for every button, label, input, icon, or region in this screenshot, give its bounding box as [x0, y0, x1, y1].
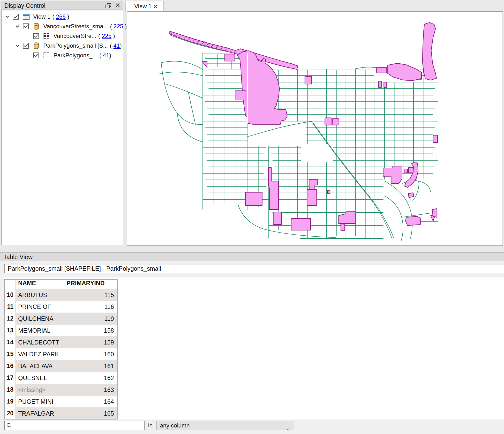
- search-icon: [6, 423, 12, 429]
- row-number[interactable]: 10: [5, 289, 16, 301]
- view-icon: [23, 14, 30, 20]
- expander-icon[interactable]: [14, 43, 21, 49]
- layer-checkbox[interactable]: [33, 53, 39, 58]
- tree-item-label[interactable]: VancouverStre...: [54, 33, 96, 39]
- table-search-box[interactable]: [4, 421, 145, 430]
- attribute-table[interactable]: NAMEPRIMARYIND10ARBUTUS VILLA...11511PRI…: [4, 279, 117, 419]
- table-row-15[interactable]: 15VALDEZ PARK160: [5, 348, 117, 360]
- tree-item-vancouverstre-[interactable]: VancouverStre...( 225 ): [2, 31, 123, 41]
- map-drawing: [127, 12, 503, 245]
- cell-primaryind[interactable]: 115: [64, 289, 117, 301]
- layer-checkbox[interactable]: [13, 14, 19, 20]
- float-panel-icon: [105, 3, 112, 9]
- tree-item-label[interactable]: VancouverStreets_sma...: [43, 23, 108, 30]
- row-number[interactable]: 20: [5, 407, 16, 419]
- row-number[interactable]: 14: [5, 336, 16, 348]
- cell-name[interactable]: MEMORIAL PA...: [16, 324, 64, 336]
- table-row-10[interactable]: 10ARBUTUS VILLA...115: [5, 289, 117, 301]
- layer-checkbox[interactable]: [33, 33, 39, 39]
- layer-checkbox[interactable]: [23, 43, 29, 49]
- layer-grid-icon: [43, 33, 50, 39]
- column-filter-select[interactable]: any column: [156, 421, 294, 430]
- count-link[interactable]: 266: [56, 13, 66, 20]
- datasource-icon: [33, 42, 40, 49]
- datasource-cylinder-icon: [33, 42, 39, 49]
- tree-item-parkpolygons-[interactable]: ParkPolygons_...( 41): [2, 51, 123, 60]
- cell-name[interactable]: PUGET MINI-PA...: [16, 396, 64, 407]
- row-number[interactable]: 13: [5, 324, 16, 336]
- expander-spacer: [24, 33, 31, 39]
- layer-icon: [43, 33, 50, 39]
- cell-primaryind[interactable]: 161: [64, 360, 117, 372]
- count-link[interactable]: 41: [103, 52, 109, 59]
- row-number[interactable]: 11: [5, 301, 16, 313]
- cell-primaryind[interactable]: 159: [64, 336, 117, 348]
- cell-name[interactable]: CHALDECOTT P...: [16, 336, 64, 348]
- layer-checkbox[interactable]: [23, 24, 29, 29]
- layer-tree[interactable]: View 1( 266 )VancouverStreets_sma...( 22…: [1, 10, 123, 245]
- display-control-panel: Display Control View 1( 266 )VancouverSt…: [1, 1, 123, 246]
- cell-primaryind[interactable]: 162: [64, 372, 117, 384]
- table-row-13[interactable]: 13MEMORIAL PA...158: [5, 324, 117, 336]
- row-number-header: [5, 280, 16, 289]
- table-row-16[interactable]: 16BALACLAVA PA...161: [5, 360, 117, 372]
- column-header-primaryind[interactable]: PRIMARYIND: [64, 280, 117, 289]
- layer-icon: [43, 52, 50, 59]
- tree-item-label[interactable]: View 1: [33, 13, 51, 20]
- table-source-select[interactable]: ParkPolygons_small [SHAPEFILE] - ParkPol…: [4, 264, 504, 273]
- cell-primaryind[interactable]: 158: [64, 324, 117, 336]
- table-row-11[interactable]: 11PRINCE OF WA...116: [5, 301, 117, 313]
- expander-icon[interactable]: [14, 23, 21, 29]
- tab-close-icon[interactable]: [153, 4, 158, 10]
- float-panel-icon[interactable]: [105, 3, 112, 10]
- column-filter-value: any column: [160, 422, 190, 429]
- cell-name[interactable]: QUILCHENA PA...: [16, 313, 64, 324]
- table-view-titlebar: Table View: [0, 252, 504, 261]
- row-number[interactable]: 12: [5, 313, 16, 324]
- table-row-20[interactable]: 20TRAFALGAR MI...165: [5, 407, 117, 419]
- layer-grid-icon: [43, 52, 50, 59]
- cell-name[interactable]: ARBUTUS VILLA...: [16, 289, 64, 301]
- close-panel-icon[interactable]: [115, 3, 120, 9]
- cell-primaryind[interactable]: 119: [64, 313, 117, 324]
- table-row-12[interactable]: 12QUILCHENA PA...119: [5, 313, 117, 324]
- count-link[interactable]: 41: [113, 42, 120, 49]
- cell-name[interactable]: BALACLAVA PA...: [16, 360, 64, 372]
- cell-primaryind[interactable]: 163: [64, 384, 117, 396]
- table-row-17[interactable]: 17QUESNEL MINI...162: [5, 372, 117, 384]
- table-row-14[interactable]: 14CHALDECOTT P...159: [5, 336, 117, 348]
- cell-name[interactable]: PRINCE OF WA...: [16, 301, 64, 313]
- row-number[interactable]: 15: [5, 348, 16, 360]
- tree-item-parkpolygons-small-s-[interactable]: ParkPolygons_small [S...( 41): [2, 41, 123, 51]
- cell-primaryind[interactable]: 164: [64, 396, 117, 407]
- cell-primaryind[interactable]: 165: [64, 407, 117, 419]
- tab-view1[interactable]: View 1: [125, 1, 163, 12]
- cell-primaryind[interactable]: 160: [64, 348, 117, 360]
- row-number[interactable]: 17: [5, 372, 16, 384]
- panel-title: Display Control: [4, 2, 45, 9]
- table-row-18[interactable]: 18<missing>163: [5, 384, 117, 396]
- cell-primaryind[interactable]: 116: [64, 301, 117, 313]
- table-row-19[interactable]: 19PUGET MINI-PA...164: [5, 396, 117, 407]
- close-icon: [115, 3, 120, 8]
- tree-item-vancouverstreets-sma-[interactable]: VancouverStreets_sma...( 225 ): [2, 22, 123, 31]
- map-canvas[interactable]: [127, 11, 503, 246]
- cell-name[interactable]: QUESNEL MINI...: [16, 372, 64, 384]
- tree-item-label[interactable]: ParkPolygons_small [S...: [43, 42, 108, 49]
- column-header-name[interactable]: NAME: [16, 280, 64, 289]
- row-number[interactable]: 19: [5, 396, 16, 407]
- expander-icon[interactable]: [4, 14, 10, 20]
- checkmark-icon: [23, 24, 28, 29]
- row-number[interactable]: 18: [5, 384, 16, 396]
- count-link[interactable]: 225: [114, 23, 123, 29]
- count-link[interactable]: 225: [102, 33, 112, 39]
- tree-item-view-1[interactable]: View 1( 266 ): [2, 12, 123, 22]
- cell-name[interactable]: TRAFALGAR MI...: [16, 407, 64, 419]
- cell-name[interactable]: VALDEZ PARK: [16, 348, 64, 360]
- search-input[interactable]: [13, 421, 144, 429]
- row-number[interactable]: 16: [5, 360, 16, 372]
- tab-label: View 1: [134, 3, 152, 10]
- cell-name[interactable]: <missing>: [16, 384, 64, 396]
- tree-item-label[interactable]: ParkPolygons_...: [54, 52, 97, 59]
- chevron-down-icon: [286, 425, 290, 434]
